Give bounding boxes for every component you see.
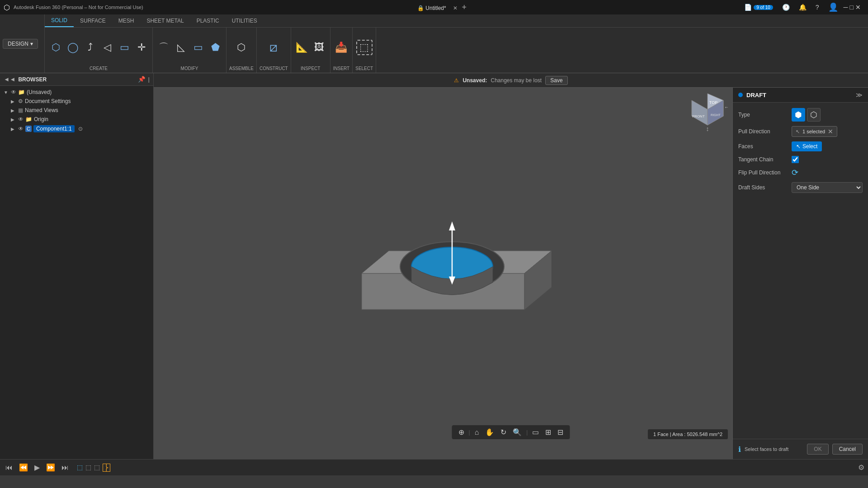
timeline-next-button[interactable]: ⏩: [44, 462, 57, 473]
tree-item-named-views[interactable]: ▶ ▦ Named Views: [0, 106, 153, 115]
insert-button[interactable]: 📥: [333, 41, 349, 54]
type-label: Type: [738, 112, 788, 118]
insert-icon: 📥: [335, 42, 347, 52]
folder-origin-icon: 📁: [25, 116, 32, 122]
modify-chamfer-button[interactable]: ◺: [173, 41, 189, 54]
tree-chevron-views: ▶: [11, 108, 16, 113]
save-button[interactable]: Save: [545, 76, 567, 85]
tree-item-unsaved[interactable]: ▼ 👁 📁 (Unsaved): [0, 88, 153, 97]
footer-message: Select faces to draft: [745, 446, 803, 452]
assemble-icon: ⬡: [237, 42, 245, 52]
zoom-button[interactable]: 🔍: [511, 427, 524, 437]
new-tab-button[interactable]: +: [462, 3, 467, 12]
create-sweep-button[interactable]: ⤴: [82, 41, 98, 54]
loft-icon: ◁: [104, 42, 111, 52]
flip-pull-direction-row: Flip Pull Direction ⟳: [738, 168, 863, 178]
svg-text:↔: ↔: [724, 103, 728, 111]
maximize-button[interactable]: □: [850, 4, 854, 11]
browser-expand-button[interactable]: |: [148, 76, 150, 83]
close-button[interactable]: ✕: [855, 4, 861, 11]
type-btn-2[interactable]: ⬡: [807, 108, 821, 122]
tree-label-doc-settings: Document Settings: [25, 98, 71, 104]
construct-button[interactable]: ⧄: [265, 39, 282, 56]
move-icon: ✛: [137, 42, 146, 52]
sweep-icon: ⤴: [88, 42, 93, 52]
settings-icon: ⚙: [18, 98, 23, 104]
create-extrude-button[interactable]: ⬡: [47, 41, 64, 54]
create-revolve-button[interactable]: ◯: [65, 41, 81, 54]
tab-solid[interactable]: SOLID: [45, 14, 74, 27]
pull-direction-clear-icon[interactable]: ✕: [828, 128, 833, 135]
tree-item-origin[interactable]: ▶ 👁 📁 Origin: [0, 115, 153, 124]
file-title: Untitled*: [425, 5, 446, 11]
minimize-button[interactable]: ─: [844, 4, 848, 11]
warning-icon: ⚠: [454, 77, 459, 84]
inspect-photo-button[interactable]: 🖼: [311, 41, 327, 54]
tree-chevron-unsaved: ▼: [4, 90, 9, 95]
pan-button[interactable]: ✋: [483, 427, 496, 437]
flip-pull-button[interactable]: ⟳: [792, 168, 798, 178]
tab-count-button[interactable]: 📄 9 of 10: [741, 2, 777, 13]
timeline-prev-button[interactable]: ⏪: [17, 462, 30, 473]
timeline-start-button[interactable]: ⏮: [4, 463, 14, 473]
display-button[interactable]: ▭: [530, 427, 541, 437]
browser-title: BROWSER: [18, 76, 135, 83]
modify-shell-button[interactable]: ▭: [190, 41, 206, 54]
nav-sep2: |: [526, 429, 528, 436]
tab-plastic[interactable]: PLASTIC: [190, 14, 226, 27]
fillet-icon: ⌒: [159, 42, 169, 52]
nav-sep1: |: [469, 429, 470, 436]
revolve-icon: ◯: [67, 42, 79, 52]
assemble-button[interactable]: ⬡: [233, 41, 250, 54]
snap-button[interactable]: ⊕: [457, 427, 466, 437]
create-move-button[interactable]: ✛: [133, 41, 150, 54]
svg-text:FRONT: FRONT: [692, 114, 705, 118]
panel-expand-button[interactable]: ≫: [856, 91, 863, 99]
cancel-button[interactable]: Cancel: [832, 444, 863, 455]
timeline-settings-button[interactable]: ⚙: [858, 463, 864, 472]
pull-direction-row: Pull Direction ↖ 1 selected ✕: [738, 126, 863, 137]
tab-utilities[interactable]: UTILITIES: [226, 14, 264, 27]
inspect-button[interactable]: 📐: [294, 41, 310, 54]
chevron-down-icon: ▾: [30, 41, 33, 47]
tab-mesh[interactable]: MESH: [112, 14, 141, 27]
timeline-icon-3: ⬚: [94, 464, 100, 472]
tab-surface[interactable]: SURFACE: [74, 14, 112, 27]
visual-style-button[interactable]: ⊞: [543, 427, 553, 437]
tree-item-doc-settings[interactable]: ▶ ⚙ Document Settings: [0, 97, 153, 106]
component-icon: C: [25, 126, 32, 132]
timeline-play-button[interactable]: ▶: [33, 462, 42, 473]
ok-button[interactable]: OK: [807, 444, 828, 455]
draft-sides-label: Draft Sides: [738, 184, 788, 191]
modify-draft-button[interactable]: ⬟: [207, 41, 223, 54]
create-section-label: CREATE: [90, 65, 108, 71]
faces-select-button[interactable]: ↖ Select: [792, 141, 822, 151]
close-tab-icon[interactable]: ✕: [453, 5, 458, 11]
orbit-button[interactable]: ↻: [499, 427, 508, 437]
browser-pin-button[interactable]: 📌: [138, 76, 146, 83]
tab-count: 9 of 10: [754, 5, 773, 10]
tree-item-component1[interactable]: ▶ 👁 C Component1:1 ⊙: [0, 124, 153, 134]
pull-direction-label: Pull Direction: [738, 128, 788, 135]
select-button[interactable]: ⬚: [356, 40, 373, 55]
home-button[interactable]: ⌂: [473, 427, 481, 437]
grid-button[interactable]: ⊟: [556, 427, 565, 437]
inspect-icon: 📐: [296, 42, 308, 52]
faces-row: Faces ↖ Select: [738, 141, 863, 151]
create-shell-button[interactable]: ▭: [116, 41, 132, 54]
create-loft-button[interactable]: ◁: [99, 41, 115, 54]
help-button[interactable]: ?: [812, 2, 823, 13]
type-btn-1[interactable]: ⬢: [792, 108, 805, 122]
tab-sheet-metal[interactable]: SHEET METAL: [140, 14, 190, 27]
tangent-chain-checkbox[interactable]: [792, 156, 799, 163]
timeline-end-button[interactable]: ⏭: [60, 463, 71, 473]
time-icon-button[interactable]: 🕐: [778, 2, 793, 13]
construct-icon: ⧄: [269, 41, 278, 54]
modify-fillet-button[interactable]: ⌒: [156, 41, 172, 54]
design-dropdown-button[interactable]: DESIGN ▾: [3, 39, 38, 49]
notifications-button[interactable]: 🔔: [795, 2, 810, 13]
draft-sides-select[interactable]: One Side Two Sides Symmetric: [792, 182, 863, 193]
user-button[interactable]: 👤: [825, 0, 842, 14]
tangent-chain-label: Tangent Chain: [738, 156, 788, 163]
browser-back-button[interactable]: ◄◄: [4, 76, 15, 83]
